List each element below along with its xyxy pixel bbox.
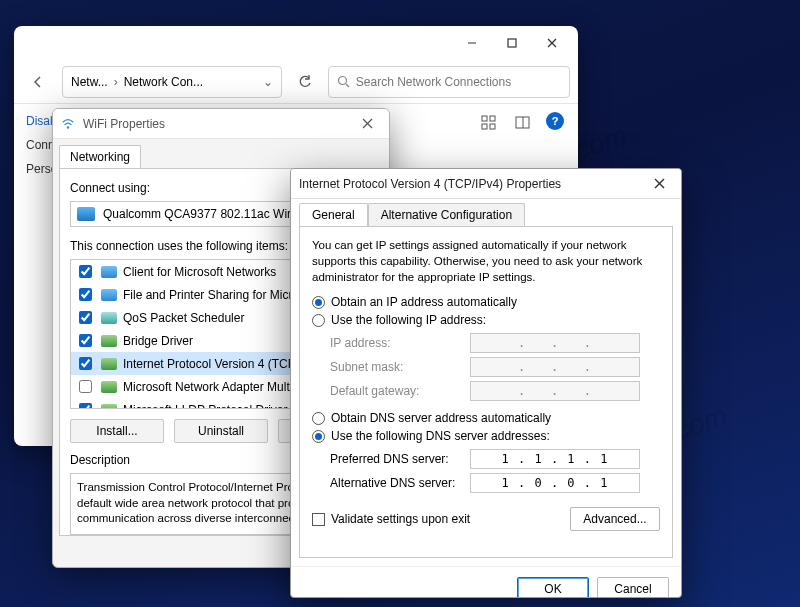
uninstall-button[interactable]: Uninstall [174,419,268,443]
svg-rect-1 [508,39,516,47]
view-grid-icon[interactable] [478,112,500,134]
breadcrumb-leaf: Network Con... [124,75,203,89]
protocol-icon [101,358,117,370]
pref-dns-input[interactable]: 1 . 1 . 1 . 1 [470,449,640,469]
intro-text: You can get IP settings assigned automat… [312,237,660,285]
item-checkbox[interactable] [79,311,92,324]
protocol-icon [101,404,117,410]
tab-networking[interactable]: Networking [59,145,141,168]
ok-button[interactable]: OK [517,577,589,598]
svg-line-5 [346,84,349,87]
view-panel-icon[interactable] [512,112,534,134]
alt-dns-label: Alternative DNS server: [330,476,460,490]
ipv4-properties-dialog: Internet Protocol Version 4 (TCP/IPv4) P… [290,168,682,598]
radio-label: Use the following DNS server addresses: [331,429,550,443]
explorer-toolbar: Netw... › Network Con... ⌄ Search Networ… [14,60,578,104]
ip-label: IP address: [330,336,460,350]
radio-icon [312,314,325,327]
search-placeholder: Search Network Connections [356,75,511,89]
validate-label: Validate settings upon exit [331,512,470,526]
back-button[interactable] [22,66,54,98]
explorer-titlebar [14,26,578,60]
radio-dns-manual[interactable]: Use the following DNS server addresses: [312,429,660,443]
radio-label: Obtain DNS server address automatically [331,411,551,425]
mask-input: . . . [470,357,640,377]
radio-icon [312,430,325,443]
radio-label: Obtain an IP address automatically [331,295,517,309]
radio-label: Use the following IP address: [331,313,486,327]
protocol-icon [101,289,117,301]
close-button[interactable] [532,29,572,57]
tab-alt-config[interactable]: Alternative Configuration [368,203,525,226]
svg-rect-9 [490,124,495,129]
gw-input: . . . [470,381,640,401]
protocol-icon [101,266,117,278]
breadcrumb[interactable]: Netw... › Network Con... ⌄ [62,66,282,98]
wifi-icon [61,117,75,131]
alt-dns-input[interactable]: 1 . 0 . 0 . 1 [470,473,640,493]
radio-icon [312,296,325,309]
chevron-right-icon: › [114,75,118,89]
gw-label: Default gateway: [330,384,460,398]
ip-input: . . . [470,333,640,353]
advanced-button[interactable]: Advanced... [570,507,660,531]
svg-rect-8 [482,124,487,129]
close-button[interactable] [645,172,673,196]
chevron-down-icon[interactable]: ⌄ [263,75,273,89]
item-label: Microsoft LLDP Protocol Driver [123,403,288,410]
refresh-button[interactable] [290,67,320,97]
radio-icon [312,412,325,425]
maximize-button[interactable] [492,29,532,57]
breadcrumb-root: Netw... [71,75,108,89]
mask-label: Subnet mask: [330,360,460,374]
item-checkbox[interactable] [79,265,92,278]
item-checkbox[interactable] [79,334,92,347]
item-label: QoS Packet Scheduler [123,311,244,325]
item-checkbox[interactable] [79,380,92,393]
pref-dns-label: Preferred DNS server: [330,452,460,466]
item-checkbox[interactable] [79,403,92,409]
validate-checkbox[interactable]: Validate settings upon exit [312,512,470,526]
svg-point-12 [67,126,69,128]
svg-rect-6 [482,116,487,121]
adapter-name: Qualcomm QCA9377 802.11ac Wireless [103,207,319,221]
search-input[interactable]: Search Network Connections [328,66,570,98]
radio-dns-auto[interactable]: Obtain DNS server address automatically [312,411,660,425]
protocol-icon [101,381,117,393]
protocol-icon [101,312,117,324]
help-icon[interactable]: ? [546,112,564,130]
item-label: Bridge Driver [123,334,193,348]
install-button[interactable]: Install... [70,419,164,443]
item-checkbox[interactable] [79,288,92,301]
item-checkbox[interactable] [79,357,92,370]
checkbox-icon [312,513,325,526]
item-label: Client for Microsoft Networks [123,265,276,279]
radio-ip-manual[interactable]: Use the following IP address: [312,313,660,327]
radio-ip-auto[interactable]: Obtain an IP address automatically [312,295,660,309]
dialog-title: Internet Protocol Version 4 (TCP/IPv4) P… [299,177,561,191]
cancel-button[interactable]: Cancel [597,577,669,598]
nic-icon [77,207,95,221]
minimize-button[interactable] [452,29,492,57]
svg-point-4 [338,77,346,85]
search-icon [337,75,350,88]
tab-general[interactable]: General [299,203,368,226]
svg-rect-7 [490,116,495,121]
dialog-title: WiFi Properties [83,117,165,131]
close-button[interactable] [353,112,381,136]
protocol-icon [101,335,117,347]
